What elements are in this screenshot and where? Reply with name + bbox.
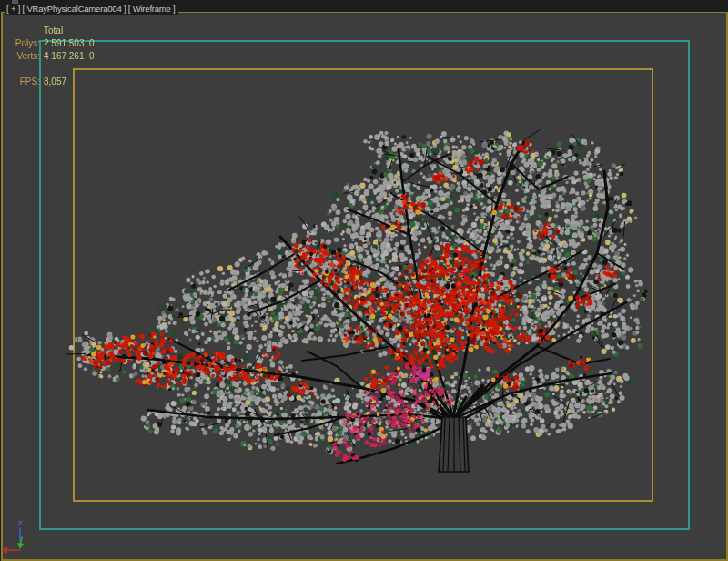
stats-header-row: Total bbox=[0, 25, 95, 37]
stats-polys-value: 2 591 503 0 bbox=[44, 37, 95, 50]
statistics-overlay: Total Polys: 2 591 503 0 Verts: 4 167 26… bbox=[0, 25, 95, 88]
scene-canvas bbox=[0, 0, 728, 561]
stats-fps-row: FPS: 8,057 bbox=[0, 76, 95, 88]
stats-verts-value: 4 167 261 0 bbox=[44, 50, 95, 63]
stats-fps-value: 8,057 bbox=[44, 76, 66, 88]
stats-spacer bbox=[0, 63, 95, 76]
stats-fps-label: FPS: bbox=[0, 76, 44, 88]
stats-total-header: Total bbox=[44, 25, 63, 37]
viewport-label[interactable]: [ + ] [ VRayPhysicalCamera004 ] [ Wirefr… bbox=[5, 4, 178, 15]
max-viewport-window: [ + ] [ VRayPhysicalCamera004 ] [ Wirefr… bbox=[0, 0, 728, 561]
stats-polys-row: Polys: 2 591 503 0 bbox=[0, 37, 95, 50]
stats-verts-label: Verts: bbox=[0, 50, 44, 63]
stats-verts-row: Verts: 4 167 261 0 bbox=[0, 50, 95, 63]
stats-polys-label: Polys: bbox=[0, 37, 44, 50]
